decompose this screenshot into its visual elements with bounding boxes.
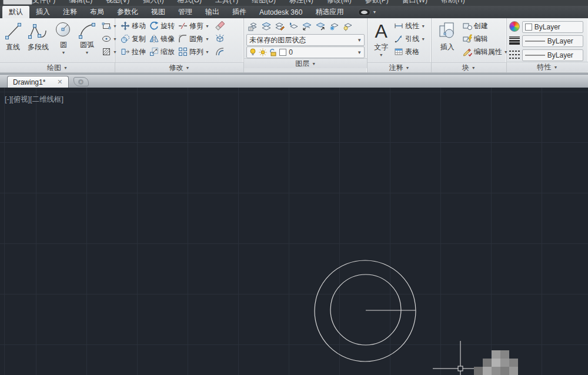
move-tool-button[interactable]: 移动 bbox=[119, 19, 148, 32]
menu-item-parametric[interactable]: 参数(P) bbox=[365, 0, 389, 6]
lineweight-sample bbox=[525, 40, 545, 42]
chevron-down-icon[interactable]: ▼ bbox=[62, 51, 66, 55]
menu-item-format[interactable]: 格式(O) bbox=[178, 0, 202, 6]
insert-block-button[interactable]: 插入 bbox=[435, 19, 460, 62]
lineweight-dropdown[interactable]: ByLayer bbox=[522, 35, 583, 47]
layer-match-button[interactable] bbox=[273, 21, 286, 33]
layer-isolate-button[interactable] bbox=[300, 21, 313, 33]
censor-mosaic-block bbox=[492, 359, 500, 367]
chevron-down-icon[interactable]: ▼ bbox=[379, 53, 383, 57]
ribbon-tab-output[interactable]: 输出 bbox=[199, 6, 226, 18]
chevron-down-icon[interactable]: ▼ bbox=[205, 50, 209, 54]
chevron-down-icon[interactable]: ▼ bbox=[205, 24, 209, 28]
color-wheel-icon bbox=[509, 21, 520, 32]
layer-properties-button[interactable] bbox=[246, 21, 259, 33]
layer-isolate-icon bbox=[302, 22, 312, 31]
panel-title-modify[interactable]: 修改▼ bbox=[115, 62, 243, 72]
line-icon bbox=[3, 21, 23, 42]
ribbon-tab-a360[interactable]: Autodesk 360 bbox=[253, 6, 309, 18]
layer-state-dropdown[interactable]: 未保存的图层状态 ▼ bbox=[246, 34, 365, 46]
chevron-down-icon[interactable]: ▼ bbox=[205, 37, 209, 41]
explode-tool-button[interactable] bbox=[213, 33, 226, 45]
trim-icon bbox=[178, 21, 188, 31]
menu-item-tools[interactable]: 工具(T) bbox=[215, 0, 238, 6]
chevron-down-icon[interactable]: ▼ bbox=[421, 37, 425, 41]
document-tab-drawing1[interactable]: Drawing1* ✕ bbox=[7, 76, 69, 88]
mirror-tool-button[interactable]: 镜像 bbox=[148, 32, 176, 45]
copy-tool-button[interactable]: 复制 bbox=[119, 32, 148, 45]
menu-item-modify[interactable]: 修改(M) bbox=[327, 0, 352, 6]
ribbon-tab-insert[interactable]: 插入 bbox=[29, 6, 56, 18]
layer-unisolate-button[interactable] bbox=[314, 21, 327, 33]
panel-title-block[interactable]: 块▼ bbox=[432, 62, 506, 72]
stretch-tool-button[interactable]: 拉伸 bbox=[119, 45, 148, 58]
fillet-tool-button[interactable]: 圆角 ▼ bbox=[176, 32, 211, 45]
ribbon-tab-manage[interactable]: 管理 bbox=[172, 6, 199, 18]
menu-item-dimension[interactable]: 标注(N) bbox=[289, 0, 313, 6]
layer-freeze-button[interactable] bbox=[328, 21, 340, 33]
layer-off-button[interactable] bbox=[341, 21, 354, 33]
menu-item-file[interactable]: 文件(F) bbox=[32, 0, 55, 6]
panel-title-annotation[interactable]: 注释▼ bbox=[368, 62, 431, 72]
unlock-icon bbox=[269, 48, 277, 56]
polyline-icon bbox=[26, 21, 50, 42]
text-tool-button[interactable]: A 文字 ▼ bbox=[372, 19, 390, 62]
panel-title-draw[interactable]: 绘图▼ bbox=[0, 62, 115, 72]
menu-item-help[interactable]: 帮助(H) bbox=[441, 0, 465, 6]
panel-title-layers[interactable]: 图层▼ bbox=[244, 58, 367, 68]
menu-item-edit[interactable]: 编辑(E) bbox=[69, 0, 92, 6]
drawing-canvas[interactable]: [-][俯视][二维线框] bbox=[0, 88, 588, 375]
menu-item-insert[interactable]: 插入(I) bbox=[143, 0, 163, 6]
fillet-icon bbox=[178, 34, 188, 43]
table-button[interactable]: 表格 bbox=[392, 45, 427, 58]
linetype-dropdown[interactable]: ByLayer bbox=[522, 49, 583, 61]
layer-dropdown[interactable]: 0 ▼ bbox=[246, 46, 365, 58]
chevron-down-icon[interactable]: ▼ bbox=[421, 24, 425, 28]
menu-item-draw[interactable]: 绘图(D) bbox=[252, 0, 276, 6]
censor-mosaic-block bbox=[500, 350, 509, 359]
panel-annotation: A 文字 ▼ 线性 ▼ bbox=[368, 18, 432, 72]
menu-item-view[interactable]: 视图(V) bbox=[106, 0, 129, 6]
polyline-tool-button[interactable]: 多段线 bbox=[25, 19, 52, 62]
panel-title-properties[interactable]: 特性▼ bbox=[507, 62, 588, 72]
panel-layers: 未保存的图层状态 ▼ bbox=[244, 18, 368, 72]
layer-previous-button[interactable] bbox=[287, 21, 300, 33]
linear-dimension-button[interactable]: 线性 ▼ bbox=[392, 19, 427, 32]
line-tool-button[interactable]: 直线 bbox=[1, 19, 25, 62]
ribbon-options-button[interactable]: ▼ bbox=[358, 6, 376, 18]
array-tool-button[interactable]: 阵列 ▼ bbox=[176, 45, 211, 58]
panel-modify: 移动 复制 拉伸 bbox=[115, 18, 244, 72]
new-drawing-button[interactable]: + bbox=[74, 77, 89, 86]
menu-item-window[interactable]: 窗口(W) bbox=[402, 0, 427, 6]
close-icon[interactable]: ✕ bbox=[57, 78, 62, 86]
create-block-button[interactable]: 创建 bbox=[461, 19, 510, 32]
edit-attributes-button[interactable]: 编辑属性 ▼ bbox=[461, 45, 510, 58]
arc-icon bbox=[77, 21, 97, 39]
circle-tool-button[interactable]: 圆 ▼ bbox=[52, 19, 75, 62]
ribbon-tab-parametric[interactable]: 参数化 bbox=[111, 6, 145, 18]
quick-access-toolbar-stub[interactable] bbox=[3, 0, 32, 5]
viewport-controls[interactable]: [-][俯视][二维线框] bbox=[5, 95, 64, 105]
chevron-down-icon[interactable]: ▼ bbox=[85, 51, 89, 55]
table-icon bbox=[394, 47, 403, 56]
ribbon-tab-home[interactable]: 默认 bbox=[2, 6, 29, 18]
layer-unisolate-icon bbox=[316, 22, 325, 31]
rotate-tool-button[interactable]: 旋转 bbox=[148, 19, 176, 32]
censor-mosaic-block bbox=[483, 359, 492, 367]
ribbon-tab-featured-apps[interactable]: 精选应用 bbox=[309, 6, 350, 18]
edit-block-button[interactable]: 编辑 bbox=[461, 32, 510, 45]
trim-tool-button[interactable]: 修剪 ▼ bbox=[176, 19, 211, 32]
ribbon-tab-view[interactable]: 视图 bbox=[145, 6, 172, 18]
layer-state-button[interactable] bbox=[260, 21, 273, 33]
leader-button[interactable]: 引线 ▼ bbox=[392, 32, 427, 45]
arc-tool-button[interactable]: 圆弧 ▼ bbox=[75, 19, 99, 62]
layer-stack-icon bbox=[262, 22, 271, 31]
ribbon-tab-annotate[interactable]: 注释 bbox=[56, 6, 83, 18]
ribbon-tab-addins[interactable]: 插件 bbox=[226, 6, 253, 18]
object-color-dropdown[interactable]: ByLayer bbox=[522, 21, 583, 33]
erase-icon bbox=[215, 21, 225, 31]
offset-tool-button[interactable] bbox=[213, 46, 226, 58]
erase-tool-button[interactable] bbox=[213, 20, 226, 32]
scale-tool-button[interactable]: 缩放 bbox=[148, 45, 176, 58]
ribbon-tab-layout[interactable]: 布局 bbox=[83, 6, 111, 18]
